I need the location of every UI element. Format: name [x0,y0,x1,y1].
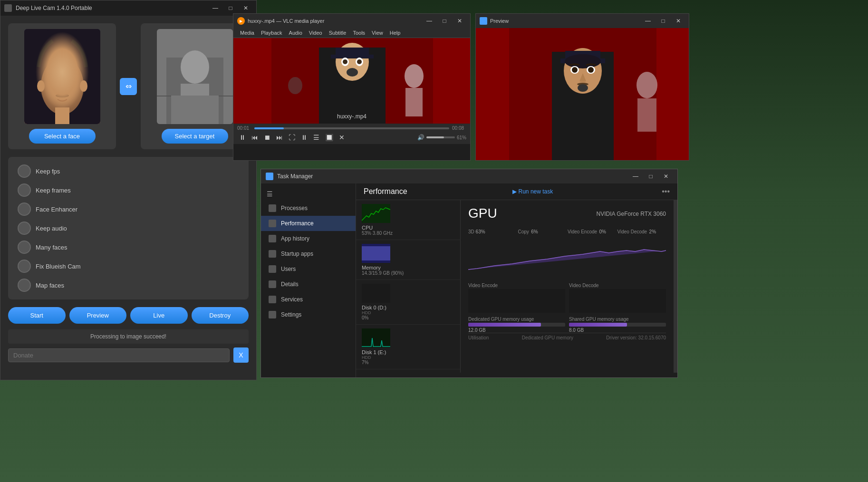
dlc-maximize-button[interactable]: □ [224,3,237,13]
tm-minimize-button[interactable]: — [629,172,642,181]
tm-maximize-button[interactable]: □ [644,172,657,181]
donate-x-button[interactable]: X [233,347,249,363]
disk1-metric-name: Disk 1 (E:) [362,349,454,355]
face-enhancer-toggle[interactable] [18,202,31,216]
tm-nav-app-history[interactable]: App history [261,231,356,246]
select-face-button[interactable]: Select a face [29,129,96,144]
vlc-fullscreen-button[interactable]: ⛶ [287,133,297,142]
svg-rect-28 [340,81,364,114]
tm-shared-mem-val: 8.0 GB [569,328,666,333]
tm-encode-label: Video Encode [568,229,597,234]
preview-minimize-button[interactable]: — [641,16,655,26]
tm-metric-cpu[interactable]: CPU 53% 3.80 GHz [356,200,460,240]
dlc-titlebar: Deep Live Cam 1.4.0 Portable — □ ✕ [0,0,256,16]
tm-nav-users[interactable]: Users [261,261,356,277]
fix-blueish-toggle[interactable] [18,260,31,273]
tm-nav-details-label: Details [281,281,299,288]
tm-metric-disk0[interactable]: Disk 0 (D:) HDD 0% [356,280,460,325]
vlc-extended-button[interactable]: ⏸ [299,133,309,142]
svg-point-7 [80,80,87,92]
tm-metric-disk2[interactable]: Disk 2 (C:) SSD 4% [356,369,460,373]
map-faces-label: Map faces [36,282,64,289]
svg-point-5 [56,94,69,97]
tm-nav-services[interactable]: Services [261,292,356,307]
tm-hamburger-icon[interactable]: ☰ [267,190,273,198]
preview-button[interactable]: Preview [69,307,127,324]
donate-input[interactable] [8,348,230,362]
keep-frames-toggle[interactable] [18,183,31,197]
vlc-close-button[interactable]: ✕ [453,16,466,26]
live-button[interactable]: Live [130,307,188,324]
svg-point-43 [588,67,594,73]
many-faces-toggle[interactable] [18,241,31,254]
vlc-prev-button[interactable]: ⏮ [250,133,260,142]
svg-rect-49 [362,204,390,223]
vlc-loop-button[interactable]: 🔲 [323,133,335,142]
tm-close-button[interactable]: ✕ [659,172,673,181]
disk1-metric-detail2: HDD [362,355,454,360]
vlc-menu-video[interactable]: Video [306,29,325,37]
keep-fps-toggle[interactable] [18,164,31,178]
tm-sidebar: ☰ Processes Performance App history Star… [261,183,356,377]
preview-icon [480,17,487,25]
keep-audio-toggle[interactable] [18,222,31,235]
vlc-title: huxxy-.mp4 — VLC media player [248,18,420,24]
tm-nav-processes[interactable]: Processes [261,201,356,216]
svg-point-25 [343,59,347,64]
tm-more-options-icon[interactable]: ••• [662,187,670,196]
tm-nav-details[interactable]: Details [261,277,356,292]
preview-close-button[interactable]: ✕ [672,16,685,26]
vlc-menu-view[interactable]: View [369,29,386,37]
destroy-button[interactable]: Destroy [192,307,249,324]
tm-stat-copy: Copy 6% [518,227,567,235]
vlc-next-button[interactable]: ⏭ [274,133,285,142]
vlc-menu-playback[interactable]: Playback [258,29,285,37]
vlc-playlist-button[interactable]: ☰ [311,133,321,142]
vlc-menu-help[interactable]: Help [387,29,404,37]
preview-maximize-button[interactable]: □ [656,16,670,26]
vlc-menu-audio[interactable]: Audio [286,29,305,37]
dlc-minimize-button[interactable]: — [209,3,222,13]
option-keep-audio: Keep audio [18,222,239,235]
swap-button[interactable]: ⇔ [120,78,137,95]
tm-gpu-title-area: GPU [468,206,497,221]
vlc-stop-button[interactable]: ⏹ [262,133,272,142]
tm-nav-startup[interactable]: Startup apps [261,246,356,261]
vlc-maximize-button[interactable]: □ [438,16,451,26]
vlc-seekbar[interactable] [254,127,449,129]
tm-titlebar-buttons: — □ ✕ [629,172,673,181]
tm-gpu-header: GPU NVIDIA GeForce RTX 3060 [468,206,666,221]
tm-run-new-task-button[interactable]: ▶ Run new task [512,188,553,195]
vlc-pause-button[interactable]: ⏸ [237,133,248,142]
start-button[interactable]: Start [8,307,66,324]
tm-nav-settings-label: Settings [281,311,301,318]
status-bar: Processing to image succeed! [8,329,249,344]
vlc-random-button[interactable]: ✕ [337,133,347,142]
tm-metric-disk1[interactable]: Disk 1 (E:) HDD 7% [356,325,460,369]
svg-rect-63 [569,289,666,313]
tm-stat-encode: Video Encode 0% [568,227,617,235]
svg-rect-18 [433,38,470,124]
map-faces-toggle[interactable] [18,279,31,292]
vlc-minimize-button[interactable]: — [423,16,436,26]
svg-point-3 [50,77,57,81]
select-target-button[interactable]: Select a target [162,129,228,144]
vlc-menu-tools[interactable]: Tools [350,29,368,37]
tm-nav-performance[interactable]: Performance [261,216,356,231]
tm-titlebar: Task Manager — □ ✕ [261,169,677,183]
vlc-icon: ▶ [237,17,245,25]
disk0-metric-detail2: HDD [362,310,454,315]
vlc-menu-subtitle[interactable]: Subtitle [326,29,349,37]
svg-point-31 [288,77,302,94]
tm-encode-chart [468,289,565,313]
tm-nav-settings[interactable]: Settings [261,307,356,322]
tm-metric-memory[interactable]: Memory 14.3/15.9 GB (90%) [356,240,460,280]
dlc-title: Deep Live Cam 1.4.0 Portable [16,5,205,11]
vlc-volume-bar[interactable] [426,136,455,138]
tm-scrollbar[interactable] [674,200,677,373]
keep-frames-label: Keep frames [36,187,71,194]
vlc-menu-media[interactable]: Media [237,29,257,37]
dlc-close-button[interactable]: ✕ [239,3,252,13]
tm-body: ☰ Processes Performance App history Star… [261,183,677,377]
tm-dedicated-gpu-memory-label: Dedicated GPU memory [522,335,573,340]
